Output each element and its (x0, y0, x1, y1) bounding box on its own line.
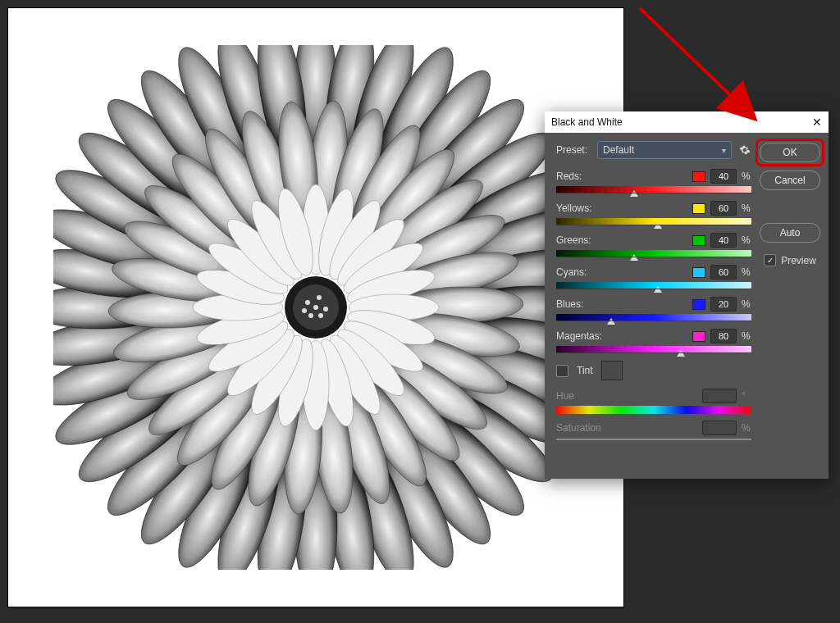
magentas-input[interactable]: 80 (710, 329, 737, 343)
svg-point-97 (317, 295, 322, 300)
svg-point-102 (313, 305, 318, 310)
yellows-label: Yellows: (556, 202, 687, 214)
greens-swatch (692, 235, 705, 246)
hue-unit: ° (742, 390, 751, 402)
magentas-swatch (692, 331, 705, 342)
magentas-thumb[interactable] (677, 350, 685, 357)
blues-row: Blues: 20 % (556, 297, 751, 321)
close-icon[interactable]: ✕ (812, 116, 822, 128)
blues-slider[interactable] (556, 314, 751, 321)
saturation-slider[interactable] (556, 439, 751, 440)
magentas-row: Magentas: 80 % (556, 329, 751, 352)
svg-point-99 (308, 313, 313, 318)
saturation-label: Saturation (556, 422, 697, 434)
pct: % (742, 171, 751, 182)
svg-point-96 (305, 300, 310, 305)
blues-thumb[interactable] (607, 318, 615, 325)
saturation-row: Saturation % (556, 421, 751, 440)
tint-label: Tint (577, 365, 593, 376)
preset-options-button[interactable] (738, 143, 751, 157)
cyans-input[interactable]: 60 (710, 265, 737, 280)
svg-point-101 (302, 308, 307, 313)
preview-label: Preview (781, 255, 816, 266)
dialog-title: Black and White (551, 116, 623, 128)
svg-point-98 (323, 307, 328, 312)
svg-line-103 (640, 8, 751, 115)
magentas-slider[interactable] (556, 346, 751, 352)
auto-button[interactable]: Auto (760, 223, 820, 243)
preset-select[interactable]: Default ▾ (597, 141, 732, 159)
greens-thumb[interactable] (630, 254, 638, 261)
reds-thumb[interactable] (630, 190, 638, 197)
hue-slider[interactable] (556, 406, 751, 414)
black-and-white-dialog: Black and White ✕ Preset: Default ▾ Re (545, 111, 829, 479)
dialog-titlebar[interactable]: Black and White ✕ (545, 111, 829, 133)
greens-slider[interactable] (556, 250, 751, 257)
yellows-slider[interactable] (556, 218, 751, 225)
magentas-label: Magentas: (556, 330, 687, 342)
cyans-swatch (692, 267, 705, 278)
yellows-row: Yellows: 60 % (556, 201, 751, 225)
hue-row: Hue ° (556, 389, 751, 414)
greens-input[interactable]: 40 (710, 233, 737, 248)
saturation-input[interactable] (702, 421, 737, 435)
reds-row: Reds: 40 % (556, 169, 751, 193)
hue-label: Hue (556, 390, 697, 402)
yellows-thumb[interactable] (654, 222, 662, 229)
greens-row: Greens: 40 % (556, 233, 751, 257)
saturation-unit: % (742, 422, 751, 434)
reds-input[interactable]: 40 (710, 169, 737, 184)
cyans-slider[interactable] (556, 282, 751, 289)
chevron-down-icon: ▾ (722, 146, 726, 155)
gear-icon (739, 144, 751, 156)
ok-button[interactable]: OK (760, 143, 820, 162)
tint-swatch[interactable] (601, 361, 623, 380)
tint-checkbox[interactable] (556, 365, 568, 377)
reds-slider[interactable] (556, 186, 751, 193)
yellows-swatch (692, 203, 705, 214)
cyans-label: Cyans: (556, 266, 687, 278)
yellows-input[interactable]: 60 (710, 201, 737, 216)
flower-image (53, 45, 578, 570)
preset-value: Default (603, 144, 634, 156)
blues-swatch (692, 299, 705, 310)
cyans-thumb[interactable] (654, 286, 662, 293)
preset-label: Preset: (556, 144, 591, 156)
ok-highlight-annotation: OK (758, 141, 822, 164)
greens-label: Greens: (556, 234, 687, 246)
svg-point-100 (318, 313, 323, 318)
cyans-row: Cyans: 60 % (556, 265, 751, 289)
blues-label: Blues: (556, 298, 687, 310)
hue-input[interactable] (702, 389, 737, 403)
preview-checkbox[interactable] (764, 254, 776, 266)
cancel-button[interactable]: Cancel (760, 171, 820, 190)
canvas-area[interactable] (8, 8, 623, 607)
reds-label: Reds: (556, 171, 687, 182)
reds-swatch (692, 171, 705, 182)
blues-input[interactable]: 20 (710, 297, 737, 312)
